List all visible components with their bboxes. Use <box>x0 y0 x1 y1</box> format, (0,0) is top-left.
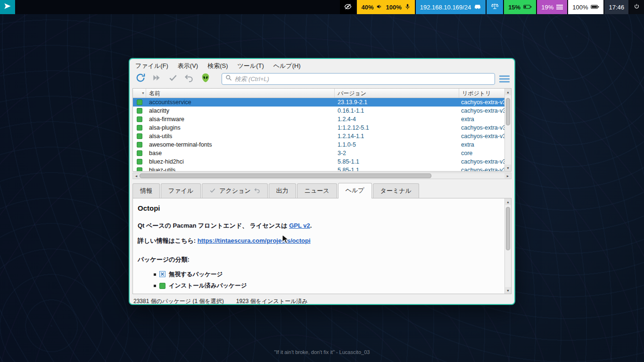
table-vertical-scrollbar[interactable]: ▲ ▼ <box>504 89 511 171</box>
package-repo: cachyos-extra-v3 <box>459 158 504 165</box>
table-row[interactable]: bluez-hid2hci 5.85-1.1 cachyos-extra-v3 <box>133 157 504 166</box>
tab-terminal[interactable]: ターミナル <box>373 183 419 198</box>
list-item: 無視するパッケージ <box>154 271 499 279</box>
installed-package-icon <box>159 283 165 289</box>
package-repo: cachyos-extra-v3 <box>459 124 504 131</box>
memory-level: 19% <box>541 4 553 11</box>
scroll-up-icon[interactable]: ▲ <box>505 89 511 95</box>
column-name[interactable]: 名前 <box>146 89 335 98</box>
help-more-info: 詳しい情報はこちら: https://tintaescura.com/proje… <box>138 237 499 245</box>
tab-actions[interactable]: アクション <box>202 183 268 198</box>
column-status[interactable]: ▼ <box>133 89 146 98</box>
search-input[interactable] <box>235 75 492 82</box>
menubar: ファイル(F) 表示(V) 検索(S) ツール(T) ヘルプ(H) <box>130 59 514 72</box>
installed-icon <box>133 99 146 105</box>
privacy-module[interactable] <box>340 0 356 14</box>
paper-plane-icon <box>4 2 11 12</box>
sort-arrow-icon: ▼ <box>141 91 145 95</box>
distro-news-button[interactable] <box>199 73 212 85</box>
package-repo: cachyos-extra-v3 <box>459 107 504 114</box>
scroll-down-icon[interactable]: ▼ <box>505 165 511 171</box>
toolbar <box>130 72 514 87</box>
power-icon <box>634 3 640 11</box>
list-item: インストール済みパッケージ <box>154 282 499 290</box>
memory-module[interactable]: 19% <box>537 0 567 14</box>
brightness-module[interactable]: 100% <box>568 0 603 14</box>
installed-icon <box>133 167 146 171</box>
column-repo[interactable]: リポジトリ <box>459 89 511 98</box>
scroll-thumb[interactable] <box>506 98 510 125</box>
tab-files[interactable]: ファイル <box>161 183 201 198</box>
gpl-link[interactable]: GPL v2 <box>289 222 310 229</box>
tab-news[interactable]: ニュース <box>297 183 337 198</box>
table-row[interactable]: alacritty 0.16.1-1.1 cachyos-extra-v3 <box>133 107 504 115</box>
scroll-up-icon[interactable]: ▲ <box>505 198 511 205</box>
brightness-level: 100% <box>572 4 588 11</box>
desktop-quote: "If it ain't broke, don't fix it" - Luca… <box>0 349 644 355</box>
search-box <box>222 73 495 85</box>
package-version: 1.1.0-5 <box>335 141 459 148</box>
menu-search[interactable]: 検索(S) <box>207 62 228 70</box>
tab-output[interactable]: 出力 <box>269 183 296 198</box>
table-row[interactable]: alsa-plugins 1:1.2.12-5.1 cachyos-extra-… <box>133 123 504 132</box>
help-vertical-scrollbar[interactable]: ▲ ▼ <box>504 198 511 294</box>
eye-icon <box>344 3 352 12</box>
ignored-package-icon <box>159 271 165 279</box>
scale-icon <box>491 2 499 12</box>
project-url-link[interactable]: https://tintaescura.com/projects/octopi <box>198 237 311 244</box>
scroll-down-icon[interactable]: ▼ <box>505 287 511 294</box>
package-repo: extra <box>459 116 504 123</box>
tab-info[interactable]: 情報 <box>132 183 160 198</box>
classification-heading: パッケージの分類: <box>138 255 499 264</box>
scroll-thumb[interactable] <box>140 173 431 178</box>
package-count: 23381 個のパッケージ (1 個を選択) <box>133 297 224 305</box>
options-menu-icon[interactable] <box>499 74 510 84</box>
battery-full-icon <box>591 4 599 11</box>
help-pane: Octopi Qt ベースの Pacman フロントエンド、 ライセンスは GP… <box>132 198 512 294</box>
table-rows: accountsservice 23.13.9-2.1 cachyos-extr… <box>133 98 504 171</box>
table-row[interactable]: alsa-firmware 1.2.4-4 extra <box>133 115 504 123</box>
menu-tools[interactable]: ツール(T) <box>238 62 264 70</box>
installed-icon <box>133 133 146 139</box>
table-row[interactable]: awesome-terminal-fonts 1.1.0-5 extra <box>133 140 504 149</box>
column-version[interactable]: バージョン <box>335 89 459 98</box>
power-module[interactable] <box>629 0 644 14</box>
audio-module[interactable]: 40% 100% <box>357 0 414 14</box>
table-row[interactable]: bluez-utils 5.85-1.1 cachyos-extra-v3 <box>133 166 504 171</box>
tab-help[interactable]: ヘルプ <box>338 183 372 198</box>
rollback-button[interactable] <box>183 73 196 85</box>
commit-button[interactable] <box>167 73 179 85</box>
installed-icon <box>133 125 146 131</box>
table-row[interactable]: alsa-utils 1.2.14-1.1 cachyos-extra-v3 <box>133 132 504 140</box>
clock-module[interactable]: 17:46 <box>604 0 628 14</box>
desktop: 40% 100% 192.168.10.169/24 <box>0 0 644 362</box>
package-name: alsa-plugins <box>146 124 335 131</box>
package-name: accountsservice <box>146 99 335 106</box>
package-name: alacritty <box>146 107 335 114</box>
tab-bar: 情報 ファイル アクション 出力 ニュース ヘルプ ターミナル <box>132 183 512 198</box>
menu-view[interactable]: 表示(V) <box>178 62 198 70</box>
sync-database-button[interactable] <box>134 73 147 85</box>
table-row[interactable]: base 3-2 core <box>133 149 504 157</box>
package-repo: cachyos-extra-v3 <box>459 167 504 171</box>
system-upgrade-button[interactable] <box>151 73 163 85</box>
scroll-left-icon[interactable]: ◄ <box>133 173 140 179</box>
table-horizontal-scrollbar[interactable]: ◄ ► <box>132 173 512 179</box>
network-module[interactable]: 192.168.10.169/24 <box>416 0 486 14</box>
installed-icon <box>133 142 146 148</box>
scroll-right-icon[interactable]: ► <box>504 173 511 179</box>
menu-help[interactable]: ヘルプ(H) <box>273 62 301 70</box>
volume-level: 40% <box>361 4 373 11</box>
menu-file[interactable]: ファイル(F) <box>135 62 168 70</box>
mic-icon <box>405 3 411 11</box>
refresh-icon <box>135 73 146 85</box>
scale-module[interactable] <box>487 0 503 14</box>
alien-icon <box>200 73 211 85</box>
scroll-thumb[interactable] <box>506 207 510 250</box>
help-title: Octopi <box>138 204 499 212</box>
table-row[interactable]: accountsservice 23.13.9-2.1 cachyos-extr… <box>133 98 504 107</box>
package-repo: core <box>459 150 504 156</box>
battery-module[interactable]: 15% <box>504 0 536 14</box>
top-status-bar: 40% 100% 192.168.10.169/24 <box>0 0 644 14</box>
launcher-button[interactable] <box>0 0 15 14</box>
